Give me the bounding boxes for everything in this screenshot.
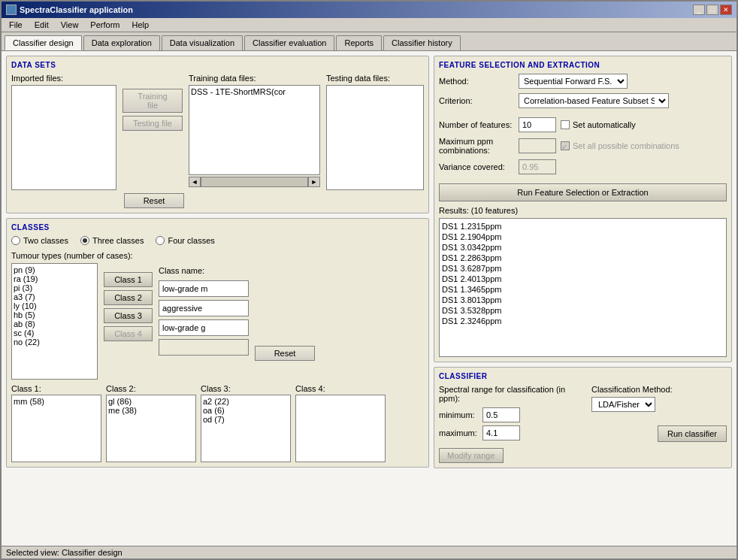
max-ppm-input[interactable] <box>519 138 556 153</box>
max-input[interactable] <box>482 425 520 440</box>
class3-item-1: oa (6) <box>203 406 289 415</box>
classes-grid: pn (9) ra (19) pi (3) a3 (7) ly (10) hb … <box>11 263 424 380</box>
tumour-hb: hb (5) <box>14 310 95 319</box>
classifier-select-row: LDA/FisherSVMKNN <box>591 397 727 412</box>
main-content: DATA SETS Imported files: Training file … <box>2 51 736 546</box>
method-select[interactable]: Sequential Forward F.S.Sequential Backwa… <box>519 74 628 89</box>
set-auto-label: Set automatically <box>561 120 636 129</box>
variance-row: Variance covered: <box>439 159 727 174</box>
set-all-checkbox[interactable] <box>561 141 570 150</box>
criterion-select[interactable]: Correlation-based Feature Subset Selecti… <box>519 93 669 108</box>
class2-list-box[interactable]: gl (86) me (38) <box>106 395 196 462</box>
minimize-button[interactable]: _ <box>693 5 705 15</box>
scroll-track[interactable] <box>201 177 308 187</box>
training-file-button[interactable]: Training file <box>122 89 183 113</box>
class4-button[interactable]: Class 4 <box>104 326 153 341</box>
max-label: maximum: <box>439 428 476 437</box>
menu-file[interactable]: File <box>3 19 29 31</box>
classes-reset-button[interactable]: Reset <box>255 346 315 361</box>
class3-button[interactable]: Class 3 <box>104 308 153 323</box>
tumour-list[interactable]: pn (9) ra (19) pi (3) a3 (7) ly (10) hb … <box>11 263 98 380</box>
classifier-method-select[interactable]: LDA/FisherSVMKNN <box>591 397 655 412</box>
title-bar-left: SpectraClassifier application <box>6 5 133 15</box>
modify-range-button[interactable]: Modify range <box>439 448 504 463</box>
testing-files-list[interactable] <box>326 85 424 190</box>
spectral-right: Classification Method: LDA/FisherSVMKNN … <box>591 385 727 442</box>
menu-edit[interactable]: Edit <box>29 19 55 31</box>
variance-input[interactable] <box>519 159 556 174</box>
variance-label: Variance covered: <box>439 162 514 171</box>
tumour-sc: sc (4) <box>14 328 95 338</box>
set-auto-checkbox[interactable] <box>561 120 570 129</box>
tab-classifier-history[interactable]: Classifier history <box>383 35 461 50</box>
tab-reports[interactable]: Reports <box>336 35 382 50</box>
spectral-left: Spectral range for classification (in pp… <box>439 385 579 463</box>
imported-files-list[interactable] <box>11 85 116 190</box>
feature-title: FEATURE SELECTION AND EXTRACTION <box>439 61 727 69</box>
tab-classifier-design[interactable]: Classifier design <box>5 35 82 50</box>
imported-files-label: Imported files: <box>11 74 116 83</box>
class2-name-input[interactable] <box>159 300 249 316</box>
training-files-label: Training data files: <box>189 74 320 83</box>
num-features-input[interactable] <box>519 117 556 132</box>
spectral-row: Spectral range for classification (in pp… <box>439 385 727 463</box>
min-label: minimum: <box>439 410 476 419</box>
tumour-label: Tumour types (number of cases): <box>11 251 424 260</box>
method-row: Method: Sequential Forward F.S.Sequentia… <box>439 74 727 89</box>
testing-file-button[interactable]: Testing file <box>122 116 183 131</box>
tab-classifier-evaluation[interactable]: Classifier evaluation <box>244 35 334 50</box>
class-buttons-col: Class 1 Class 2 Class 3 Class 4 <box>104 263 153 341</box>
testing-col: Testing data files: <box>326 74 424 190</box>
class3-name-input[interactable] <box>159 319 249 336</box>
menu-perform[interactable]: Perform <box>84 19 126 31</box>
class2-item-0: gl (86) <box>108 397 194 406</box>
class1-list-box[interactable]: mm (58) <box>11 395 101 462</box>
scroll-right-btn[interactable]: ► <box>308 177 320 187</box>
result-2: DS1 3.0342ppm <box>442 242 724 253</box>
tab-bar: Classifier design Data exploration Data … <box>2 32 736 51</box>
datasets-reset-button[interactable]: Reset <box>124 193 184 208</box>
radio-three-classes[interactable]: Three classes <box>80 236 144 245</box>
tab-data-exploration[interactable]: Data exploration <box>83 35 160 50</box>
tumour-no: no (22) <box>14 338 95 347</box>
max-ppm-row: Maximum ppm combinations: Set all possib… <box>439 137 727 155</box>
right-panel: FEATURE SELECTION AND EXTRACTION Method:… <box>434 56 732 541</box>
class-name-label: Class name: <box>159 266 249 275</box>
radio-two-classes[interactable]: Two classes <box>11 236 68 245</box>
status-text: Selected view: Classifier design <box>6 548 122 557</box>
radio-four-label: Four classes <box>168 236 214 245</box>
class3-list-box[interactable]: a2 (22) oa (6) od (7) <box>201 395 291 462</box>
class2-button[interactable]: Class 2 <box>104 290 153 305</box>
close-button[interactable]: ✕ <box>720 5 732 15</box>
classifier-title: CLASSIFIER <box>439 372 727 380</box>
radio-four-classes[interactable]: Four classes <box>156 236 214 245</box>
result-1: DS1 2.1904ppm <box>442 232 724 242</box>
run-feature-button[interactable]: Run Feature Selection or Extraction <box>439 183 727 201</box>
app-icon <box>6 5 17 15</box>
max-row: maximum: <box>439 425 579 440</box>
class4-list-box[interactable] <box>295 395 386 462</box>
menu-view[interactable]: View <box>55 19 85 31</box>
tab-data-visualization[interactable]: Data visualization <box>162 35 243 50</box>
class4-name-input[interactable] <box>159 339 249 356</box>
training-files-list[interactable]: DSS - 1TE-ShortMRS(cor <box>189 85 320 175</box>
scroll-left-btn[interactable]: ◄ <box>189 177 201 187</box>
class3-item-0: a2 (22) <box>203 397 289 406</box>
testing-files-label: Testing data files: <box>326 74 424 83</box>
results-label: Results: (10 features) <box>439 206 727 215</box>
class1-button[interactable]: Class 1 <box>104 272 153 287</box>
min-input[interactable] <box>482 407 520 422</box>
class1-name-input[interactable] <box>159 280 249 297</box>
status-bar: Selected view: Classifier design <box>2 546 736 558</box>
radio-two-circle <box>11 236 20 245</box>
tumour-a3: a3 (7) <box>14 292 95 301</box>
maximize-button[interactable]: □ <box>706 5 718 15</box>
tumour-ra: ra (19) <box>14 274 95 283</box>
radio-three-circle <box>80 236 89 245</box>
title-buttons: _ □ ✕ <box>693 5 732 15</box>
menu-help[interactable]: Help <box>126 19 155 31</box>
classifier-section: CLASSIFIER Spectral range for classifica… <box>434 367 732 468</box>
run-classifier-button[interactable]: Run classifier <box>658 425 727 442</box>
results-list[interactable]: DS1 1.2315ppm DS1 2.1904ppm DS1 3.0342pp… <box>439 218 727 357</box>
radio-three-label: Three classes <box>92 236 144 245</box>
